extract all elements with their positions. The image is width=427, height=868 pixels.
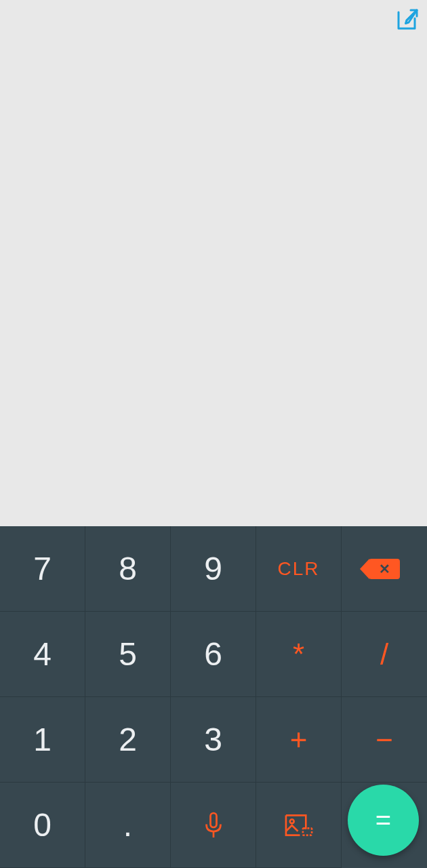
key-decimal[interactable]: .: [85, 783, 171, 868]
edit-button[interactable]: [393, 7, 420, 34]
svg-point-2: [289, 819, 293, 823]
key-image[interactable]: [256, 783, 342, 868]
key-clear[interactable]: CLR: [256, 526, 342, 612]
key-3[interactable]: 3: [171, 697, 256, 783]
key-minus[interactable]: −: [342, 697, 427, 783]
key-4[interactable]: 4: [0, 612, 85, 697]
display-area: [0, 0, 427, 526]
key-voice[interactable]: [171, 783, 256, 868]
key-1[interactable]: 1: [0, 697, 85, 783]
equals-button[interactable]: =: [348, 785, 419, 856]
key-plus[interactable]: +: [256, 697, 342, 783]
key-5[interactable]: 5: [85, 612, 171, 697]
svg-rect-0: [210, 813, 216, 827]
edit-icon: [394, 8, 419, 33]
image-icon: [284, 813, 314, 837]
key-multiply[interactable]: *: [256, 612, 342, 697]
key-backspace[interactable]: ✕: [342, 526, 427, 612]
key-8[interactable]: 8: [85, 526, 171, 612]
key-9[interactable]: 9: [171, 526, 256, 612]
key-6[interactable]: 6: [171, 612, 256, 697]
svg-rect-3: [302, 828, 311, 835]
key-divide[interactable]: /: [342, 612, 427, 697]
key-2[interactable]: 2: [85, 697, 171, 783]
mic-icon: [201, 810, 226, 840]
backspace-icon: ✕: [369, 559, 400, 579]
key-7[interactable]: 7: [0, 526, 85, 612]
equals-label: =: [375, 805, 391, 835]
key-0[interactable]: 0: [0, 783, 85, 868]
